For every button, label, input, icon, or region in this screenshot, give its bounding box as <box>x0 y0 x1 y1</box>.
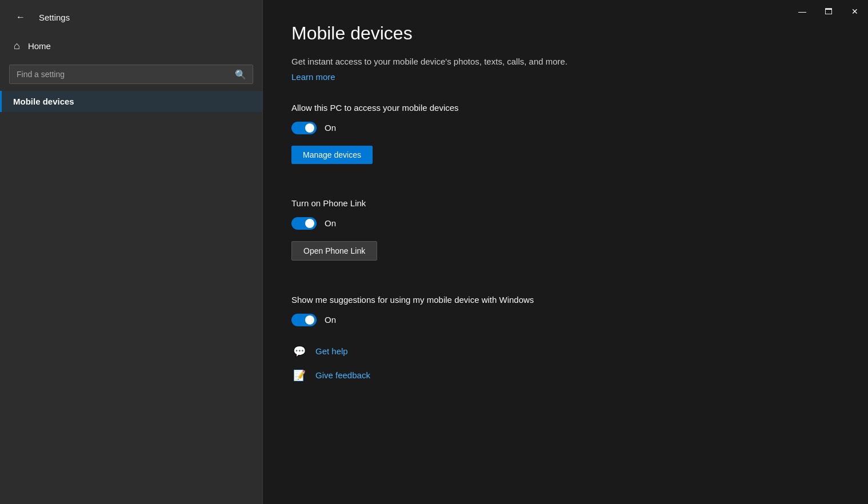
allow-access-title: Allow this PC to access your mobile devi… <box>291 103 839 113</box>
manage-devices-button[interactable]: Manage devices <box>291 146 373 164</box>
footer-links: 💬 Get help 📝 Give feedback <box>291 343 839 383</box>
allow-access-toggle-label: On <box>325 123 336 133</box>
phone-link-toggle-row: On <box>291 217 839 230</box>
back-button[interactable]: ← <box>11 8 30 26</box>
get-help-link[interactable]: Get help <box>315 346 348 356</box>
suggestions-section: Show me suggestions for using my mobile … <box>291 295 839 326</box>
home-nav-item[interactable]: ⌂ Home <box>2 34 260 58</box>
close-button[interactable]: ✕ <box>842 0 868 23</box>
suggestions-toggle[interactable] <box>291 314 317 326</box>
page-title: Mobile devices <box>291 23 839 44</box>
get-help-link-item[interactable]: 💬 Get help <box>291 343 839 359</box>
allow-access-toggle-row: On <box>291 122 839 134</box>
learn-more-link[interactable]: Learn more <box>291 72 335 82</box>
get-help-icon: 💬 <box>291 343 307 359</box>
suggestions-toggle-row: On <box>291 314 839 326</box>
give-feedback-link-item[interactable]: 📝 Give feedback <box>291 367 839 383</box>
sidebar: ← Settings ⌂ Home 🔍 Mobile devices <box>0 0 263 504</box>
maximize-button[interactable]: 🗖 <box>815 0 842 23</box>
suggestions-toggle-label: On <box>325 315 336 325</box>
page-description: Get instant access to your mobile device… <box>291 55 839 69</box>
home-label: Home <box>28 41 51 51</box>
minimize-button[interactable]: — <box>789 0 815 23</box>
main-content: Mobile devices Get instant access to you… <box>263 0 868 504</box>
open-phone-link-button[interactable]: Open Phone Link <box>291 241 377 261</box>
search-icon: 🔍 <box>235 69 246 80</box>
phone-link-section: Turn on Phone Link On Open Phone Link <box>291 198 839 274</box>
phone-link-toggle[interactable] <box>291 217 317 230</box>
give-feedback-link[interactable]: Give feedback <box>315 370 370 380</box>
allow-access-toggle[interactable] <box>291 122 317 134</box>
allow-access-section: Allow this PC to access your mobile devi… <box>291 103 839 178</box>
search-input[interactable] <box>9 65 253 84</box>
back-icon: ← <box>16 12 25 22</box>
window-controls: — 🗖 ✕ <box>789 0 868 23</box>
suggestions-title: Show me suggestions for using my mobile … <box>291 295 839 305</box>
sidebar-item-mobile-devices[interactable]: Mobile devices <box>0 91 262 112</box>
phone-link-title: Turn on Phone Link <box>291 198 839 208</box>
home-icon: ⌂ <box>14 40 20 52</box>
search-container: 🔍 <box>0 58 262 91</box>
titlebar: ← Settings <box>0 0 262 34</box>
give-feedback-icon: 📝 <box>291 367 307 383</box>
app-title: Settings <box>39 13 70 22</box>
phone-link-toggle-label: On <box>325 218 336 228</box>
